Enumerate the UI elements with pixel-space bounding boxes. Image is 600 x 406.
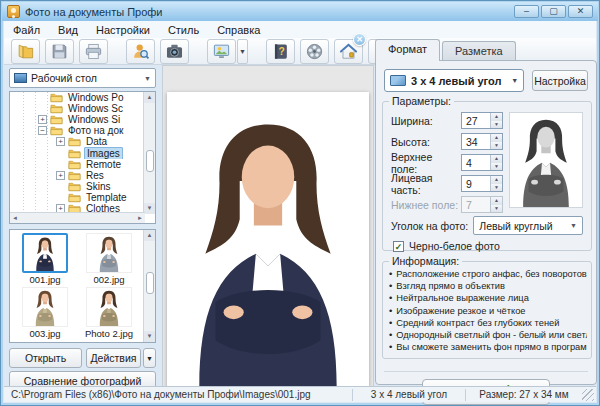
video-lessons-button[interactable]	[300, 39, 329, 64]
menu-help[interactable]: Справка	[208, 23, 269, 37]
actions-button[interactable]: Действия	[86, 348, 141, 368]
status-file-path: C:\Program Files (x86)\Фото на документы…	[4, 389, 352, 400]
scroll-up-icon[interactable]: ▲	[144, 92, 155, 103]
folder-icon	[68, 170, 81, 181]
camera-button[interactable]	[160, 39, 189, 64]
thumbnails-scrollbar[interactable]: ▲ ▼	[143, 230, 155, 342]
location-value: Рабочий стол	[31, 72, 97, 84]
location-select[interactable]: Рабочий стол ▼	[9, 68, 156, 88]
thumbnail-name: 003.jpg	[29, 328, 60, 339]
tab-layout[interactable]: Разметка	[442, 41, 516, 61]
width-stepper[interactable]: 27 ▲▼	[461, 112, 503, 129]
scroll-down-icon[interactable]: ▼	[144, 203, 155, 214]
tree-item[interactable]: Windows Po	[10, 92, 144, 103]
tree-item[interactable]: +Data	[10, 136, 144, 147]
tree-item[interactable]: Remote	[10, 159, 144, 170]
corner-select[interactable]: Левый круглый ▼	[473, 216, 583, 235]
info-title: Информация:	[389, 255, 462, 267]
maximize-button[interactable]: ▢	[541, 5, 566, 18]
spin-up-icon[interactable]: ▲	[491, 113, 502, 121]
tab-format[interactable]: Формат	[375, 39, 440, 61]
spin-up-icon[interactable]: ▲	[491, 134, 502, 142]
actions-dropdown-icon[interactable]: ▼	[143, 348, 156, 368]
bw-checkbox[interactable]: ✓	[393, 241, 404, 252]
open-photo-button[interactable]: Открыть	[9, 348, 82, 368]
menu-view[interactable]: Вид	[49, 23, 87, 37]
preview-dropdown[interactable]: ▼	[237, 39, 248, 64]
preview-button[interactable]	[207, 39, 236, 64]
find-person-button[interactable]	[126, 39, 155, 64]
tree-item[interactable]: −Фото на док	[10, 125, 144, 136]
scroll-left-icon[interactable]: ◄	[12, 215, 18, 221]
title-bar[interactable]: Фото на документы Профи – ▢ ✕	[2, 2, 598, 21]
tree-horizontal-scrollbar[interactable]: ◄►	[10, 212, 145, 223]
app-window: Фото на документы Профи – ▢ ✕ Файл Вид Н…	[0, 0, 600, 406]
thumbnail[interactable]: 003.jpg	[13, 287, 77, 339]
save-button[interactable]	[45, 39, 74, 64]
tree-item[interactable]: +Windows Si	[10, 114, 144, 125]
print-icon	[84, 42, 103, 61]
close-button[interactable]: ✕	[568, 5, 593, 18]
info-item: •Изображение резкое и чёткое	[389, 305, 587, 317]
collapse-icon[interactable]: −	[38, 126, 47, 135]
face-part-stepper[interactable]: 9 ▲▼	[461, 175, 503, 192]
minimize-button[interactable]: –	[514, 5, 539, 18]
open-folder-button[interactable]	[11, 39, 40, 64]
expand-icon[interactable]: +	[56, 171, 65, 180]
tree-item[interactable]: Template	[10, 192, 144, 203]
thumbnail[interactable]: Photo 2.jpg	[77, 287, 141, 339]
thumbnail-list[interactable]: 001.jpg 002.jpg 003.jpg Photo 2.jpg ▲ ▼	[9, 229, 156, 343]
menu-settings[interactable]: Настройки	[87, 23, 159, 37]
spin-down-icon[interactable]: ▼	[491, 163, 502, 171]
photo-canvas[interactable]	[162, 65, 374, 389]
spin-up-icon[interactable]: ▲	[491, 176, 502, 184]
print-button[interactable]	[79, 39, 108, 64]
menu-file[interactable]: Файл	[4, 23, 49, 37]
tree-item-selected[interactable]: Images	[10, 147, 144, 158]
spin-down-icon[interactable]: ▼	[491, 184, 502, 192]
resize-grip[interactable]	[582, 389, 594, 401]
parameters-title: Параметры:	[389, 95, 454, 107]
info-item: •Расположение строго анфас, без поворото…	[389, 268, 587, 280]
status-bar: C:\Program Files (x86)\Фото на документы…	[4, 386, 596, 402]
format-preview-photo	[509, 112, 583, 208]
tree-vertical-scrollbar[interactable]: ▲ ▼	[143, 92, 155, 214]
spin-up-icon[interactable]: ▲	[491, 155, 502, 163]
toolbar-close-icon[interactable]: ✕	[353, 33, 366, 46]
scroll-right-icon[interactable]: ►	[137, 215, 143, 221]
help-icon: ?	[271, 42, 290, 61]
info-item: •Вы сможете заменить фон прямо в програм…	[389, 341, 587, 353]
height-stepper[interactable]: 34 ▲▼	[461, 133, 503, 150]
spin-down-icon[interactable]: ▼	[491, 121, 502, 129]
open-folder-icon	[16, 42, 35, 61]
expand-icon[interactable]: +	[56, 137, 65, 146]
thumbnail-name: 002.jpg	[93, 274, 124, 285]
tree-item[interactable]: +Res	[10, 170, 144, 181]
expand-icon[interactable]: +	[38, 115, 47, 124]
tree-item[interactable]: Windows Sc	[10, 103, 144, 114]
folder-tree[interactable]: Windows Po Windows Sc +Windows Si −Фото …	[9, 91, 156, 224]
status-size: Размер: 27 x 34 мм	[466, 389, 582, 400]
scroll-thumb[interactable]	[146, 272, 154, 294]
format-select[interactable]: 3 x 4 левый угол ▼	[384, 69, 524, 92]
menu-style[interactable]: Стиль	[159, 23, 208, 37]
tree-item[interactable]: Skins	[10, 181, 144, 192]
thumbnail-photo	[86, 287, 132, 327]
settings-panel: Формат Разметка 3 x 4 левый угол ▼ Настр…	[375, 39, 597, 385]
thumbnail-photo	[22, 233, 68, 273]
info-item: •Средний контраст без глубоких теней	[389, 317, 587, 329]
top-margin-stepper[interactable]: 4 ▲▼	[461, 154, 503, 171]
scroll-up-icon[interactable]: ▲	[144, 230, 155, 241]
scroll-thumb[interactable]	[146, 150, 154, 172]
format-value: 3 x 4 левый угол	[411, 75, 501, 87]
status-format: 3 x 4 левый угол	[353, 389, 465, 400]
spin-down-icon[interactable]: ▼	[491, 142, 502, 150]
find-person-icon	[131, 42, 150, 61]
main-photo[interactable]	[167, 92, 369, 387]
help-button[interactable]: ?	[266, 39, 295, 64]
settings-button[interactable]: Настройка	[532, 70, 588, 91]
bottom-margin-field-row: Нижнее поле: 7 ▲▼	[391, 196, 503, 213]
scroll-down-icon[interactable]: ▼	[144, 331, 155, 342]
thumbnail[interactable]: 002.jpg	[77, 233, 141, 285]
thumbnail-selected[interactable]: 001.jpg	[13, 233, 77, 285]
